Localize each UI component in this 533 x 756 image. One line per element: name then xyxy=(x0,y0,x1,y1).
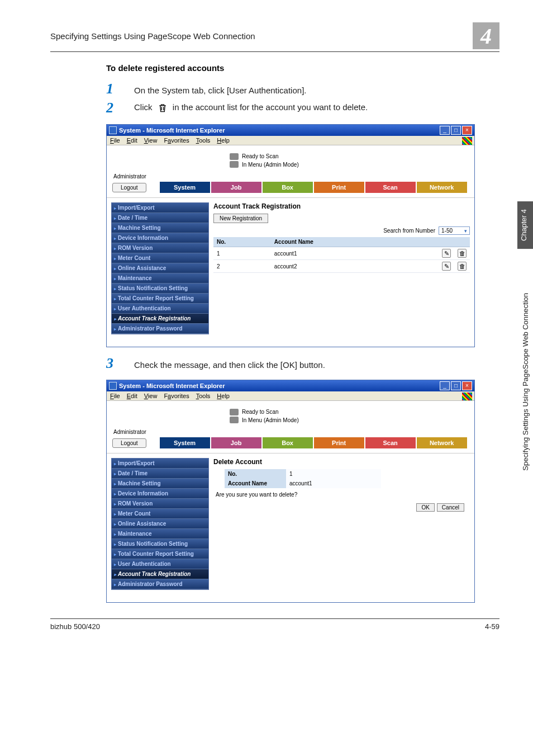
menubar: File Edit View Favorites Tools Help xyxy=(107,136,474,145)
value-no: 1 xyxy=(286,469,381,479)
step-3-number: 3 xyxy=(106,355,134,372)
tab-box[interactable]: Box xyxy=(263,437,313,448)
printer-icon xyxy=(230,153,239,160)
maximize-button[interactable]: □ xyxy=(451,126,461,135)
edit-icon[interactable]: ✎ xyxy=(442,262,451,271)
table-row: 1 account1 ✎ 🗑 xyxy=(213,247,470,260)
tab-network[interactable]: Network xyxy=(417,182,467,193)
sidebar-item-account-track-registration[interactable]: Account Track Registration xyxy=(112,314,208,324)
close-button[interactable]: × xyxy=(462,381,472,390)
panel-title: Account Track Registration xyxy=(213,202,470,210)
menu-favorites[interactable]: Favorites xyxy=(164,393,189,399)
browser-window-2: System - Microsoft Internet Explorer _ □… xyxy=(106,380,475,603)
cancel-button[interactable]: Cancel xyxy=(437,503,464,512)
minimize-button[interactable]: _ xyxy=(440,381,450,390)
menu-edit[interactable]: Edit xyxy=(127,393,137,399)
step-3-text: Check the message, and then click the [O… xyxy=(134,360,325,370)
tab-job[interactable]: Job xyxy=(211,182,261,193)
sidebar-item-machine-setting[interactable]: Machine Setting xyxy=(112,479,208,489)
sidebar-item-status-notification[interactable]: Status Notification Setting xyxy=(112,539,208,549)
sidebar-item-maintenance[interactable]: Maintenance xyxy=(112,273,208,284)
menu-favorites[interactable]: Favorites xyxy=(164,137,189,144)
menu-file[interactable]: File xyxy=(110,137,120,144)
sidebar-item-account-track-registration[interactable]: Account Track Registration xyxy=(112,569,208,579)
trash-icon[interactable]: 🗑 xyxy=(458,249,467,258)
menu-file[interactable]: File xyxy=(110,393,120,399)
windows-flag-icon xyxy=(462,393,472,400)
printer-icon xyxy=(230,409,239,415)
logout-button[interactable]: Logout xyxy=(112,438,146,448)
sidebar-item-total-counter-report[interactable]: Total Counter Report Setting xyxy=(112,549,208,559)
sidebar-item-online-assistance[interactable]: Online Assistance xyxy=(112,263,208,273)
tab-system[interactable]: System xyxy=(160,437,210,448)
cell-no: 1 xyxy=(213,247,271,260)
edit-icon[interactable]: ✎ xyxy=(442,249,451,258)
step-1-number: 1 xyxy=(106,81,134,97)
menu-tools[interactable]: Tools xyxy=(196,393,211,399)
sidebar-item-import-export[interactable]: Import/Export xyxy=(112,459,208,469)
footer-model: bizhub 500/420 xyxy=(50,622,100,631)
window-title: System - Microsoft Internet Explorer xyxy=(119,127,225,134)
tab-scan[interactable]: Scan xyxy=(365,182,416,193)
sidebar-item-total-counter-report[interactable]: Total Counter Report Setting xyxy=(112,294,208,304)
minimize-button[interactable]: _ xyxy=(440,126,450,135)
windows-flag-icon xyxy=(462,137,472,145)
label-no: No. xyxy=(225,469,286,479)
tab-scan[interactable]: Scan xyxy=(365,437,416,448)
sidebar-item-meter-count[interactable]: Meter Count xyxy=(112,509,208,519)
sidebar-item-user-authentication[interactable]: User Authentication xyxy=(112,559,208,569)
cell-no: 2 xyxy=(213,260,271,273)
sidebar: Import/Export Date / Time Machine Settin… xyxy=(111,458,209,590)
sidebar-item-online-assistance[interactable]: Online Assistance xyxy=(112,519,208,529)
sidebar-item-user-authentication[interactable]: User Authentication xyxy=(112,304,208,314)
sidebar-item-date-time[interactable]: Date / Time xyxy=(112,469,208,479)
ok-button[interactable]: OK xyxy=(416,503,434,512)
sidebar-item-rom-version[interactable]: ROM Version xyxy=(112,499,208,509)
trash-icon[interactable]: 🗑 xyxy=(458,262,467,271)
close-button[interactable]: × xyxy=(462,126,472,135)
sidebar-item-status-notification[interactable]: Status Notification Setting xyxy=(112,284,208,294)
sidebar-item-administrator-password[interactable]: Administrator Password xyxy=(112,324,208,334)
trash-icon xyxy=(157,102,168,114)
logout-button[interactable]: Logout xyxy=(112,183,146,192)
chevron-down-icon: ▾ xyxy=(464,228,467,234)
search-range-select[interactable]: 1-50 ▾ xyxy=(439,226,470,235)
maximize-button[interactable]: □ xyxy=(451,381,461,390)
menu-view[interactable]: View xyxy=(144,393,158,399)
col-account-name: Account Name xyxy=(271,237,439,247)
sidebar-item-device-information[interactable]: Device Information xyxy=(112,233,208,243)
tab-system[interactable]: System xyxy=(160,182,210,193)
tab-print[interactable]: Print xyxy=(314,182,364,193)
cell-name: account2 xyxy=(271,260,439,273)
tab-box[interactable]: Box xyxy=(263,182,313,193)
menu-edit[interactable]: Edit xyxy=(127,137,137,144)
sidebar-item-rom-version[interactable]: ROM Version xyxy=(112,243,208,253)
menu-tools[interactable]: Tools xyxy=(196,137,211,144)
sidebar-item-date-time[interactable]: Date / Time xyxy=(112,213,208,223)
sidebar: Import/Export Date / Time Machine Settin… xyxy=(111,202,209,334)
status-mode: In Menu (Admin Mode) xyxy=(242,417,299,423)
menubar: File Edit View Favorites Tools Help xyxy=(107,391,474,401)
page-header-title: Specifying Settings Using PageScope Web … xyxy=(50,31,255,41)
tab-network[interactable]: Network xyxy=(417,437,467,448)
sidebar-item-device-information[interactable]: Device Information xyxy=(112,489,208,499)
sidebar-item-machine-setting[interactable]: Machine Setting xyxy=(112,223,208,233)
confirm-message: Are you sure you want to delete? xyxy=(216,492,470,498)
tab-print[interactable]: Print xyxy=(314,437,364,448)
status-ready: Ready to Scan xyxy=(242,153,299,159)
menu-help[interactable]: Help xyxy=(217,393,230,399)
sidebar-item-maintenance[interactable]: Maintenance xyxy=(112,529,208,539)
section-heading: To delete registered accounts xyxy=(106,63,499,73)
tab-job[interactable]: Job xyxy=(211,437,261,448)
menu-help[interactable]: Help xyxy=(217,137,230,144)
chapter-tab: Chapter 4 xyxy=(517,201,533,249)
sidebar-item-administrator-password[interactable]: Administrator Password xyxy=(112,579,208,589)
printer-icon xyxy=(230,161,239,168)
delete-detail-table: No. 1 Account Name account1 xyxy=(225,469,381,488)
sidebar-item-import-export[interactable]: Import/Export xyxy=(112,203,208,213)
sidebar-item-meter-count[interactable]: Meter Count xyxy=(112,253,208,263)
label-account-name: Account Name xyxy=(225,479,286,488)
titlebar: System - Microsoft Internet Explorer _ □… xyxy=(107,380,474,391)
menu-view[interactable]: View xyxy=(144,137,158,144)
new-registration-button[interactable]: New Registration xyxy=(213,214,268,223)
